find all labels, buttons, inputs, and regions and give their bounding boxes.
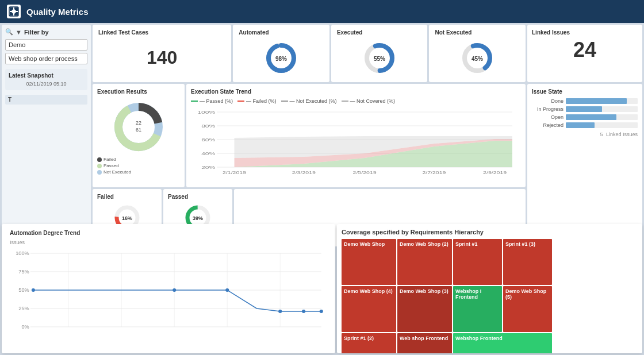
latest-snapshot-widget: Latest Snapshot 02/11/2019 05:10 — [5, 69, 87, 90]
svg-text:2/5/2019: 2/5/2019 — [353, 171, 377, 175]
executed-donut-container: 55% — [337, 38, 422, 78]
svg-point-58 — [32, 288, 35, 292]
svg-text:45%: 45% — [471, 56, 483, 62]
legend-passed: — Passed (%) — [191, 98, 233, 104]
metrics-row: Linked Test Cases 140 Automated 98% Exec… — [93, 25, 526, 82]
automation-trend-card: Automation Degree Trend Issues 100% 75% … — [2, 224, 335, 353]
filter-demo[interactable]: Demo — [5, 39, 87, 51]
issue-bar-inprogress: In Progress — [532, 106, 638, 112]
issue-axis-label: Issues — [10, 240, 25, 245]
latest-snapshot-title: Latest Snapshot — [9, 72, 84, 79]
not-executed-donut-container: 45% — [435, 38, 520, 78]
executed-title: Executed — [337, 29, 422, 36]
rejected-fill — [566, 122, 595, 128]
execution-results-donut: 22 61 — [110, 98, 167, 156]
rejected-label: Rejected — [532, 122, 564, 128]
linked-issues-card: Linked Issues 24 — [527, 25, 642, 82]
legend-failed-label: — Failed (%) — [246, 98, 277, 104]
issue-bar-rejected: Rejected — [532, 122, 638, 128]
tree-cell-10: Web shop Frontend — [397, 333, 452, 353]
automation-trend-title: Automation Degree Trend — [10, 230, 327, 236]
rejected-track — [566, 122, 638, 128]
passed-title: Passed — [168, 194, 228, 200]
inprogress-track — [566, 106, 638, 112]
legend-not-executed: — Not Executed (%) — [281, 98, 337, 104]
tab-label[interactable]: T — [5, 95, 87, 105]
issue-count-label: 5 Linked Issues — [532, 132, 638, 137]
issue-state-bars: Done In Progress Open — [532, 98, 638, 128]
svg-point-60 — [225, 288, 229, 292]
legend-not-covered: — Not Covered (%) — [342, 98, 396, 104]
svg-text:80%: 80% — [201, 124, 215, 129]
filter-row: 🔍 ▼ Filter by — [5, 28, 87, 36]
tree-cell-9: Sprint #1 (2) — [342, 333, 396, 353]
tree-cell-7: Webshop I Frontend — [453, 286, 502, 332]
executed-donut: 55% — [362, 41, 397, 75]
filter-label: Filter by — [24, 29, 49, 36]
legend-not-covered-label: — Not Covered (%) — [350, 98, 396, 104]
execution-trend-card: Execution State Trend — Passed (%) — Fai… — [186, 84, 526, 187]
issue-bar-open: Open — [532, 114, 638, 120]
svg-text:61: 61 — [136, 127, 141, 133]
svg-text:55%: 55% — [374, 56, 385, 62]
done-fill — [566, 98, 627, 104]
not-executed-title: Not Executed — [435, 29, 520, 36]
linked-test-cases-title: Linked Test Cases — [98, 29, 225, 36]
search-icon: 🔍 — [5, 28, 13, 36]
coverage-treemap: Demo Web Shop Demo Web Shop (2) Sprint #… — [342, 239, 638, 353]
done-label: Done — [532, 98, 564, 104]
inprogress-fill — [566, 106, 602, 112]
not-executed-card: Not Executed 45% — [429, 25, 526, 82]
svg-text:2/3/2019: 2/3/2019 — [292, 171, 316, 175]
title-bar: Quality Metrics — [0, 0, 644, 23]
svg-text:98%: 98% — [275, 56, 287, 62]
app-logo — [7, 5, 21, 18]
executed-card: Executed 55% — [331, 25, 428, 82]
snapshot-date: 02/11/2019 05:10 — [9, 81, 84, 87]
not-executed-legend: Not Executed — [103, 169, 131, 175]
svg-text:60%: 60% — [201, 137, 215, 142]
tree-cell-6: Demo Web Shop (3) — [397, 286, 452, 332]
filter-webshop[interactable]: Web shop order process — [5, 53, 87, 64]
execution-results-card: Execution Results 22 61 — [93, 84, 185, 187]
svg-text:0%: 0% — [21, 324, 29, 330]
linked-test-cases-card: Linked Test Cases 140 — [93, 25, 231, 82]
svg-text:100%: 100% — [197, 110, 215, 115]
svg-text:2/7/2019: 2/7/2019 — [422, 171, 446, 175]
svg-text:20%: 20% — [201, 165, 215, 170]
tree-cell-3: Sprint #1 — [453, 239, 502, 285]
execution-results-title: Execution Results — [97, 88, 180, 95]
app-title: Quality Metrics — [26, 7, 89, 17]
issue-bar-done: Done — [532, 98, 638, 104]
svg-text:25%: 25% — [18, 306, 29, 311]
tree-cell-11: Webshop Frontend — [453, 333, 552, 353]
svg-text:75%: 75% — [18, 269, 29, 275]
automated-donut-container: 98% — [239, 38, 324, 78]
open-label: Open — [532, 114, 564, 120]
second-row: Execution Results 22 61 — [93, 84, 526, 187]
svg-text:100%: 100% — [16, 250, 29, 256]
svg-text:22: 22 — [136, 120, 141, 126]
execution-trend-title: Execution State Trend — [191, 88, 521, 95]
open-track — [566, 114, 638, 120]
open-fill — [566, 114, 616, 120]
svg-text:16%: 16% — [122, 215, 132, 221]
issue-count-sub: Linked Issues — [606, 132, 638, 137]
not-executed-donut: 45% — [460, 41, 494, 75]
linked-issues-title: Linked Issues — [532, 29, 638, 36]
svg-point-59 — [172, 288, 176, 292]
svg-text:40%: 40% — [201, 151, 215, 156]
coverage-title: Coverage specified by Requirements Hiera… — [342, 229, 638, 236]
issue-count: 5 — [600, 132, 603, 137]
svg-text:2/1/2019: 2/1/2019 — [223, 171, 246, 175]
issue-state-title: Issue State — [532, 88, 638, 95]
linked-test-cases-value: 140 — [98, 38, 225, 78]
tree-cell-4: Sprint #1 (3) — [503, 239, 552, 285]
svg-point-63 — [320, 310, 323, 313]
svg-text:50%: 50% — [18, 287, 29, 293]
trend-legend: — Passed (%) — Failed (%) — Not Executed… — [191, 98, 521, 104]
linked-issues-value: 24 — [532, 38, 638, 62]
svg-point-61 — [278, 310, 282, 313]
inprogress-label: In Progress — [532, 106, 564, 112]
tree-cell-2: Demo Web Shop (2) — [397, 239, 452, 285]
